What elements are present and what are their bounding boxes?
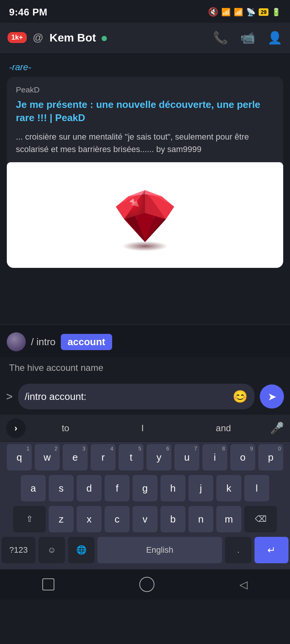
key-v[interactable]: v xyxy=(133,506,157,532)
key-u[interactable]: u7 xyxy=(174,444,199,470)
notification-badge[interactable]: 1k+ xyxy=(8,32,27,43)
status-icons: 🔇 📶 📶 📡 29 🔋 xyxy=(208,7,281,17)
chat-header: 1k+ @ Kem Bot 📞 📹 👤 xyxy=(0,23,290,53)
command-bar: / intro account xyxy=(0,324,290,357)
key-n[interactable]: n xyxy=(188,506,213,532)
at-icon: @ xyxy=(33,32,43,44)
nav-home[interactable] xyxy=(139,577,154,592)
key-p[interactable]: p0 xyxy=(258,444,283,470)
key-r[interactable]: r4 xyxy=(91,444,116,470)
key-h[interactable]: h xyxy=(160,475,185,501)
card-excerpt: ... croisière sur une mentalité "je sais… xyxy=(16,131,274,155)
key-b[interactable]: b xyxy=(160,506,185,532)
key-i[interactable]: i8 xyxy=(202,444,227,470)
expand-icon: › xyxy=(14,423,17,433)
mic-icon[interactable]: 🎤 xyxy=(270,421,284,435)
shift-key[interactable]: ⇧ xyxy=(13,506,46,532)
key-s[interactable]: s xyxy=(49,475,74,501)
square-icon xyxy=(42,578,54,590)
key-m[interactable]: m xyxy=(216,506,241,532)
home-circle-icon xyxy=(139,577,154,592)
key-x[interactable]: x xyxy=(77,506,102,532)
enter-key[interactable]: ↵ xyxy=(255,537,288,563)
backspace-key[interactable]: ⌫ xyxy=(244,506,277,532)
key-t[interactable]: t5 xyxy=(119,444,143,470)
key-a[interactable]: a xyxy=(21,475,46,501)
battery-icon: 🔋 xyxy=(271,8,281,17)
account-tag[interactable]: account xyxy=(61,334,112,350)
signal-icon-2: 📶 xyxy=(234,8,243,17)
status-bar: 9:46 PM 🔇 📶 📶 📡 29 🔋 xyxy=(0,0,290,23)
call-icon[interactable]: 📞 xyxy=(213,31,228,45)
key-w[interactable]: w2 xyxy=(35,444,60,470)
autocomplete-expand[interactable]: › xyxy=(6,418,26,438)
key-y[interactable]: y6 xyxy=(147,444,171,470)
globe-key[interactable]: 🌐 xyxy=(68,537,94,563)
autocomplete-bar: › to I and 🎤 xyxy=(0,415,290,442)
card-image xyxy=(7,162,283,268)
key-q[interactable]: q1 xyxy=(7,444,32,470)
send-icon: ➤ xyxy=(268,390,276,403)
wifi-icon: 📡 xyxy=(246,8,256,17)
num-symbol-key[interactable]: ?123 xyxy=(2,537,35,563)
profile-icon[interactable]: 👤 xyxy=(267,31,282,45)
key-g[interactable]: g xyxy=(133,475,157,501)
keyboard-row-4: ?123 ☺ 🌐 English . ↵ xyxy=(0,535,290,569)
input-box[interactable]: /intro account: 😊 xyxy=(18,384,255,409)
key-f[interactable]: f xyxy=(105,475,130,501)
avatar-image xyxy=(7,332,26,351)
card-title[interactable]: Je me présente : une nouvelle découverte… xyxy=(16,98,274,124)
online-dot xyxy=(102,36,107,41)
chat-title: Kem Bot xyxy=(49,31,107,44)
status-time: 9:46 PM xyxy=(9,6,48,18)
svg-point-0 xyxy=(122,241,168,251)
command-avatar xyxy=(7,332,26,351)
keyboard-row-1: q1 w2 e3 r4 t5 y6 u7 i8 o9 p0 xyxy=(0,442,290,473)
chat-area: -rare- PeakD Je me présente : une nouvel… xyxy=(0,53,290,324)
muted-icon: 🔇 xyxy=(208,7,218,17)
key-j[interactable]: j xyxy=(188,475,213,501)
hint-text: The hive account name xyxy=(0,357,290,380)
key-l[interactable]: l xyxy=(244,475,269,501)
input-arrow: > xyxy=(6,390,13,403)
nav-square[interactable] xyxy=(42,578,54,590)
back-icon: ◁ xyxy=(239,578,248,591)
suggestion-to[interactable]: to xyxy=(62,423,69,433)
slash-intro-text: / intro xyxy=(31,336,56,348)
key-z[interactable]: z xyxy=(49,506,74,532)
keyboard-row-2: a s d f g h j k l xyxy=(0,473,290,504)
input-text[interactable]: /intro account: xyxy=(25,391,229,403)
video-icon[interactable]: 📹 xyxy=(240,31,255,45)
ruby-gem-svg xyxy=(103,174,187,257)
key-c[interactable]: c xyxy=(105,506,130,532)
suggestion-i[interactable]: I xyxy=(141,423,144,433)
header-left: 1k+ @ Kem Bot xyxy=(8,31,213,44)
key-e[interactable]: e3 xyxy=(63,444,88,470)
keyboard-row-3: ⇧ z x c v b n m ⌫ xyxy=(0,504,290,535)
rare-label: -rare- xyxy=(0,59,290,77)
bottom-nav: ◁ xyxy=(0,569,290,599)
input-row: > /intro account: 😊 ➤ xyxy=(0,380,290,415)
keyboard: q1 w2 e3 r4 t5 y6 u7 i8 o9 p0 a s d f g … xyxy=(0,442,290,569)
autocomplete-suggestions: to I and xyxy=(26,423,267,433)
battery-badge: 29 xyxy=(259,8,268,16)
signal-icon: 📶 xyxy=(221,8,231,17)
space-key[interactable]: English xyxy=(97,537,222,563)
key-o[interactable]: o9 xyxy=(230,444,255,470)
suggestion-and[interactable]: and xyxy=(216,423,231,433)
key-d[interactable]: d xyxy=(77,475,102,501)
message-card: PeakD Je me présente : une nouvelle déco… xyxy=(7,77,283,268)
emoji-icon[interactable]: 😊 xyxy=(233,389,248,404)
card-source: PeakD xyxy=(16,85,274,94)
header-actions: 📞 📹 👤 xyxy=(213,31,282,45)
send-button[interactable]: ➤ xyxy=(260,384,284,409)
emoji-key[interactable]: ☺ xyxy=(39,537,65,563)
nav-back[interactable]: ◁ xyxy=(239,578,248,591)
period-key[interactable]: . xyxy=(225,537,251,563)
key-k[interactable]: k xyxy=(216,475,241,501)
